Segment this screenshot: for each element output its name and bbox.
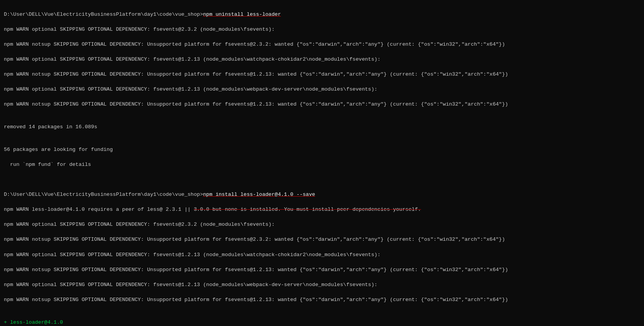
terminal-line: npm WARN notsup SKIPPING OPTIONAL DEPEND… [4,236,640,243]
prompt: D:\User\DELL\Vue\ElectricityBusinessPlat… [4,12,203,17]
terminal-line: npm WARN optional SKIPPING OPTIONAL DEPE… [4,26,640,33]
terminal-line [4,184,640,191]
terminal-line: npm WARN notsup SKIPPING OPTIONAL DEPEND… [4,101,640,108]
terminal-line: npm WARN optional SKIPPING OPTIONAL DEPE… [4,221,640,228]
terminal-line: removed 14 packages in 16.089s [4,123,640,131]
prompt: D:\User\DELL\Vue\ElectricityBusinessPlat… [4,192,203,197]
command: npm install less-loader@4.1.0 --save [203,192,315,197]
terminal-line: + less-loader@4.1.0 [4,319,640,326]
terminal-line [4,116,640,123]
terminal: D:\User\DELL\Vue\ElectricityBusinessPlat… [4,3,640,326]
terminal-line: npm WARN notsup SKIPPING OPTIONAL DEPEND… [4,266,640,274]
command: npm uninstall less-loader [203,12,281,17]
terminal-line: D:\User\DELL\Vue\ElectricityBusinessPlat… [4,191,640,199]
terminal-line: npm WARN less-loader@4.1.0 requires a pe… [4,206,640,213]
terminal-line [4,138,640,146]
terminal-line: run `npm fund` for details [4,161,640,169]
terminal-line [4,311,640,319]
terminal-line: npm WARN optional SKIPPING OPTIONAL DEPE… [4,86,640,93]
terminal-line: D:\User\DELL\Vue\ElectricityBusinessPlat… [4,11,640,18]
terminal-line: npm WARN notsup SKIPPING OPTIONAL DEPEND… [4,296,640,304]
terminal-line: 56 packages are looking for funding [4,146,640,154]
terminal-line: npm WARN optional SKIPPING OPTIONAL DEPE… [4,251,640,259]
strikethrough-text: 3.0.0 but none is installed. You must in… [194,207,421,212]
terminal-line: npm WARN notsup SKIPPING OPTIONAL DEPEND… [4,71,640,78]
terminal-line: npm WARN optional SKIPPING OPTIONAL DEPE… [4,281,640,289]
terminal-line: npm WARN optional SKIPPING OPTIONAL DEPE… [4,56,640,63]
terminal-line: npm WARN notsup SKIPPING OPTIONAL DEPEND… [4,41,640,48]
terminal-line [4,176,640,184]
